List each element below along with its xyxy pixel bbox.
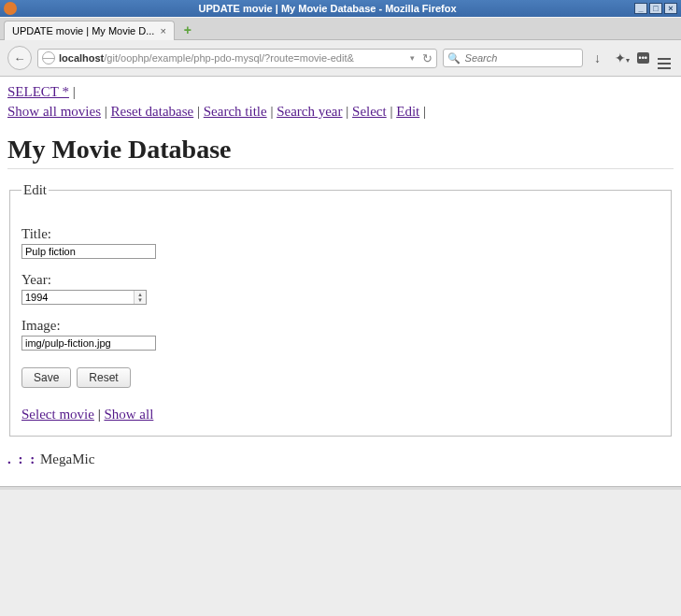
dev-icon[interactable]: •••: [637, 52, 649, 64]
minimize-button[interactable]: _: [634, 3, 647, 14]
spin-down-icon[interactable]: ▼: [137, 297, 143, 303]
reset-button[interactable]: Reset: [77, 367, 130, 388]
downloads-icon[interactable]: ↓: [589, 50, 607, 65]
image-input[interactable]: [21, 336, 156, 351]
footer-dots: . : :: [7, 451, 36, 466]
page-footer: . : : MegaMic: [7, 451, 674, 467]
spinner-buttons[interactable]: ▲ ▼: [134, 291, 146, 304]
year-spinner[interactable]: ▲ ▼: [21, 290, 147, 305]
status-bar: [0, 486, 681, 490]
url-bar[interactable]: localhost/git/oophp/example/php-pdo-mysq…: [37, 49, 437, 68]
title-rule: [7, 168, 674, 169]
menu-button[interactable]: [655, 48, 674, 69]
url-path: /git/oophp/example/php-pdo-mysql/?route=…: [104, 52, 354, 64]
save-button[interactable]: Save: [21, 367, 71, 388]
link-select[interactable]: Select: [352, 104, 387, 119]
tab-label: UPDATE movie | My Movie D...: [12, 25, 154, 36]
search-input[interactable]: [463, 51, 578, 64]
reload-icon[interactable]: ↻: [422, 51, 433, 65]
top-nav-links: SELECT * | Show all movies | Reset datab…: [7, 82, 674, 122]
year-label: Year:: [21, 272, 660, 288]
link-show-all-movies[interactable]: Show all movies: [7, 104, 101, 119]
maximize-button[interactable]: □: [649, 3, 662, 14]
link-show-all[interactable]: Show all: [104, 407, 153, 422]
navigation-toolbar: ← localhost/git/oophp/example/php-pdo-my…: [0, 40, 681, 77]
link-select-movie[interactable]: Select movie: [21, 407, 94, 422]
firefox-icon: [4, 2, 17, 15]
separator: |: [73, 84, 76, 99]
page-content: SELECT * | Show all movies | Reset datab…: [0, 77, 681, 486]
link-search-year[interactable]: Search year: [277, 104, 342, 119]
window-title-text: UPDATE movie | My Movie Database - Mozil…: [21, 3, 634, 14]
globe-icon: [42, 51, 55, 64]
edit-fieldset: Edit Title: Year: ▲ ▼ Image: Save Reset: [9, 182, 672, 437]
title-input[interactable]: [21, 244, 156, 259]
url-host: localhost: [59, 52, 104, 64]
footer-text: MegaMic: [40, 451, 94, 466]
title-label: Title:: [21, 226, 660, 242]
search-bar[interactable]: 🔍: [443, 49, 583, 67]
tab-bar: UPDATE movie | My Movie D... × +: [0, 17, 681, 40]
url-dropdown-icon[interactable]: ▾: [410, 53, 415, 63]
fieldset-legend: Edit: [21, 182, 49, 198]
link-search-title[interactable]: Search title: [204, 104, 267, 119]
browser-tab[interactable]: UPDATE movie | My Movie D... ×: [4, 21, 175, 40]
window-controls: _ □ ×: [634, 3, 677, 14]
fieldset-links: Select movie | Show all: [21, 407, 660, 423]
page-title: My Movie Database: [7, 135, 674, 165]
year-input[interactable]: [22, 291, 134, 304]
link-reset-database[interactable]: Reset database: [111, 104, 194, 119]
link-edit[interactable]: Edit: [396, 104, 419, 119]
image-label: Image:: [21, 318, 660, 334]
window-titlebar: UPDATE movie | My Movie Database - Mozil…: [0, 0, 681, 17]
close-window-button[interactable]: ×: [664, 3, 677, 14]
new-tab-button[interactable]: +: [184, 22, 192, 37]
close-tab-icon[interactable]: ×: [160, 25, 165, 36]
link-select-star[interactable]: SELECT *: [7, 84, 69, 99]
search-icon: 🔍: [447, 52, 461, 64]
back-button[interactable]: ←: [7, 46, 32, 70]
addon-icon[interactable]: ✦▾: [613, 50, 631, 65]
